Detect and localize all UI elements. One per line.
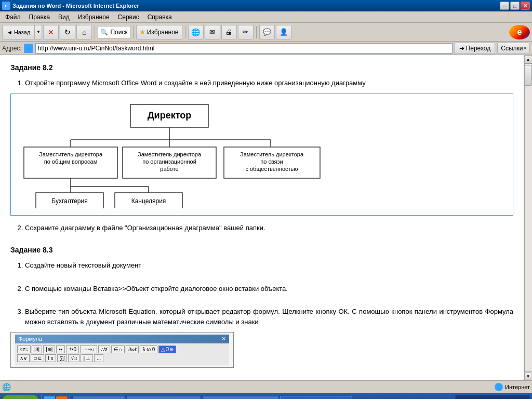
status-icon: 🌐 <box>2 383 11 391</box>
formula-btn-1[interactable]: ≤z≈ <box>17 345 31 353</box>
go-button[interactable]: ➜ Переход <box>455 43 496 54</box>
formula-btn-6[interactable]: →⇒↓ <box>80 345 97 353</box>
formula-btn-r2-1[interactable]: ∧∨ <box>17 354 30 362</box>
formula-btn-4[interactable]: ▪▪ <box>56 345 65 353</box>
edit-icon: ✏ <box>243 28 248 36</box>
formula-btn-r2-3[interactable]: f x <box>45 354 56 362</box>
ie-quicklaunch[interactable]: 🌐 <box>44 396 55 399</box>
menu-view[interactable]: Вид <box>54 12 74 22</box>
formula-btn-5[interactable]: ±•0 <box>66 345 79 353</box>
svg-text:Заместитель директора: Заместитель директора <box>240 151 304 157</box>
taskbar-tray: ■ ◉ ▲ ◆ RU 14:59 <box>455 395 530 399</box>
star-icon: ★ <box>140 29 145 36</box>
formula-btn-r2-5[interactable]: √□ <box>68 354 79 362</box>
menu-edit[interactable]: Правка <box>25 12 55 22</box>
formula-dialog: Формула ✕ ≤z≈ |∂| |⊕| ▪▪ ±•0 →⇒↓ ∴∀ ∈∩ ∂… <box>10 332 234 368</box>
formula-btn-9[interactable]: ∂∞ℓ <box>126 345 139 353</box>
taskbar-format[interactable]: 📄 Форматирование ст... <box>126 396 201 399</box>
home-icon: ⌂ <box>82 28 86 36</box>
back-label: Назад <box>14 29 31 35</box>
close-button[interactable]: ✕ <box>521 2 530 10</box>
links-expand-icon: » <box>524 46 526 50</box>
links-button[interactable]: Ссылки » <box>497 43 530 54</box>
stop-icon: ✕ <box>48 28 54 36</box>
messenger-icon: 👤 <box>280 28 288 36</box>
svg-text:Заместитель директора: Заместитель директора <box>39 151 103 157</box>
formula-btn-11[interactable]: △Ω⊕ <box>158 345 176 353</box>
formula-row-1: ≤z≈ |∂| |⊕| ▪▪ ±•0 →⇒↓ ∴∀ ∈∩ ∂∞ℓ λ ω θ △… <box>17 345 227 353</box>
org-chart-svg: Директор Заместитель директора по общим … <box>16 99 323 208</box>
print-button[interactable]: 🖨 <box>221 25 237 39</box>
window-title: Задания по Word - Microsoft Internet Exp… <box>12 3 139 9</box>
taskbar-zadaniya[interactable]: 💻 Задания для форма... <box>202 396 279 399</box>
separator3 <box>185 26 185 38</box>
taskbar-mts[interactable]: 📶 МТС Коннект <box>72 396 126 399</box>
mail-button[interactable]: ✉ <box>205 25 220 39</box>
stop-button[interactable]: ✕ <box>43 25 59 39</box>
task-list-82-2: Сохраните диаграмму в файле "Организацио… <box>10 223 513 233</box>
search-label: Поиск <box>110 29 127 36</box>
edit-button[interactable]: ✏ <box>238 25 254 39</box>
menu-help[interactable]: Справка <box>143 12 176 22</box>
task-83-3: Выберите тип объекта Microsoft Equation,… <box>25 307 513 327</box>
media-quicklaunch[interactable]: ▶ <box>56 396 68 399</box>
section-82-title: Задание 8.2 <box>10 63 513 72</box>
svg-text:Канцелярия: Канцелярия <box>131 197 166 205</box>
menu-bar: Файл Правка Вид Избранное Сервис Справка <box>0 11 532 23</box>
refresh-button[interactable]: ↻ <box>60 25 75 39</box>
taskbar-separator-1 <box>41 395 42 399</box>
home-button[interactable]: ⌂ <box>76 25 92 39</box>
svg-text:работе: работе <box>160 166 178 172</box>
task-list-82: Откройте программу Microsoft Office Word… <box>10 78 513 88</box>
formula-btn-10[interactable]: λ ω θ <box>140 345 157 353</box>
formula-close-icon[interactable]: ✕ <box>221 336 226 342</box>
globe-button[interactable]: 🌐 <box>188 25 204 39</box>
formula-btn-r2-7[interactable]: ... <box>94 354 103 362</box>
menu-tools[interactable]: Сервис <box>114 12 143 22</box>
formula-title-label: Формула <box>18 336 42 342</box>
formula-btn-3[interactable]: |⊕| <box>43 345 55 353</box>
formula-content: ≤z≈ |∂| |⊕| ▪▪ ±•0 →⇒↓ ∴∀ ∈∩ ∂∞ℓ λ ω θ △… <box>15 343 229 365</box>
section-83-title: Задание 8.3 <box>10 246 513 254</box>
address-label: Адрес: <box>2 45 22 52</box>
separator2 <box>133 26 134 38</box>
formula-btn-7[interactable]: ∴∀ <box>98 345 110 353</box>
formula-btn-8[interactable]: ∈∩ <box>111 345 125 353</box>
minimize-button[interactable]: ─ <box>500 2 509 10</box>
scroll-up-button[interactable]: ▲ <box>524 55 533 63</box>
status-bar: 🌐 🌐 Интернет <box>0 380 532 393</box>
back-dropdown-button[interactable]: ▼ <box>35 25 42 39</box>
start-button[interactable]: ⊞ пуск <box>2 395 39 399</box>
status-left: 🌐 <box>2 383 495 391</box>
taskbar-word[interactable]: 🌐 Задания по Word -... <box>280 396 352 399</box>
globe-icon: 🌐 <box>191 28 200 36</box>
messenger-button[interactable]: 👤 <box>276 25 291 39</box>
maximize-button[interactable]: □ <box>510 2 520 10</box>
favorites-button[interactable]: ★ Избранное <box>136 25 182 39</box>
menu-favorites[interactable]: Избранное <box>74 12 114 22</box>
discuss-icon: 💬 <box>263 28 271 36</box>
formula-title-bar: Формула ✕ <box>15 335 229 343</box>
mail-icon: ✉ <box>209 28 215 36</box>
go-arrow-icon: ➜ <box>459 45 464 52</box>
quick-launch: 🌐 ▶ <box>44 396 68 399</box>
formula-btn-r2-4[interactable]: ∑∫ <box>57 354 68 362</box>
formula-btn-r2-2[interactable]: ⊃⊆ <box>31 354 44 362</box>
discuss-button[interactable]: 💬 <box>259 25 275 39</box>
menu-file[interactable]: Файл <box>1 12 25 22</box>
search-icon: 🔍 <box>100 29 108 36</box>
formula-btn-r2-6[interactable]: ∥⊥ <box>81 354 93 362</box>
search-box[interactable]: 🔍 Поиск <box>98 26 130 38</box>
toolbar: ◄ Назад ▼ ✕ ↻ ⌂ 🔍 Поиск ★ Избранное 🌐 ✉ … <box>0 23 532 42</box>
formula-btn-2[interactable]: |∂| <box>32 345 42 353</box>
taskbar-separator-2 <box>70 395 70 399</box>
print-icon: 🖨 <box>225 28 232 36</box>
content-wrapper: Задание 8.2 Откройте программу Microsoft… <box>0 55 532 380</box>
title-bar: e Задания по Word - Microsoft Internet E… <box>0 0 532 11</box>
address-input[interactable] <box>35 43 453 54</box>
back-button[interactable]: ◄ Назад <box>2 25 35 39</box>
scroll-down-button[interactable]: ▼ <box>524 372 533 380</box>
separator4 <box>256 26 257 38</box>
scroll-thumb[interactable] <box>525 65 532 86</box>
scroll-track[interactable] <box>524 63 533 372</box>
